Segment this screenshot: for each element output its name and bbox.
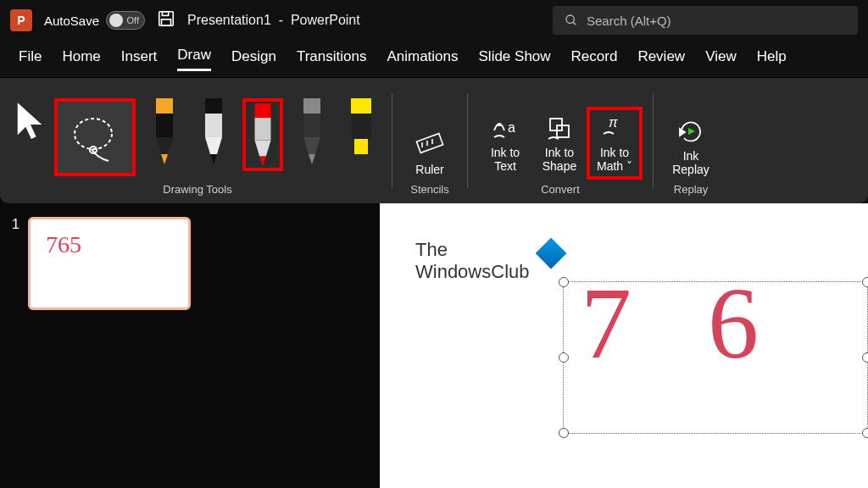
svg-rect-23 <box>351 98 371 114</box>
svg-marker-22 <box>309 154 315 164</box>
tab-animations[interactable]: Animations <box>387 48 458 70</box>
svg-rect-2 <box>162 19 171 25</box>
tab-help[interactable]: Help <box>757 48 787 70</box>
svg-rect-16 <box>255 118 271 141</box>
tab-transitions[interactable]: Transitions <box>297 48 367 70</box>
tab-home[interactable]: Home <box>62 48 100 70</box>
thumbnail-panel[interactable]: 1 765 <box>0 203 220 488</box>
pen-black[interactable] <box>193 98 234 164</box>
ink-selection-box[interactable]: 7 6 <box>563 281 868 434</box>
logo-icon <box>535 238 566 269</box>
svg-rect-11 <box>205 98 222 114</box>
autosave-toggle[interactable]: AutoSave Off <box>44 11 145 30</box>
tab-insert[interactable]: Insert <box>121 48 158 70</box>
svg-rect-32 <box>550 119 562 130</box>
svg-marker-21 <box>303 137 320 154</box>
svg-rect-8 <box>156 114 173 137</box>
svg-marker-14 <box>210 154 217 164</box>
tab-file[interactable]: File <box>19 48 42 70</box>
ruler-button[interactable]: Ruler <box>403 127 457 180</box>
tab-design[interactable]: Design <box>231 48 276 70</box>
svg-rect-20 <box>303 114 320 137</box>
slide-thumbnail-1[interactable]: 765 <box>28 217 191 310</box>
svg-text:π: π <box>609 115 618 130</box>
svg-rect-25 <box>354 139 368 154</box>
ink-to-text-button[interactable]: a Ink toText <box>478 107 532 180</box>
svg-line-4 <box>573 22 576 25</box>
tab-view[interactable]: View <box>705 48 737 70</box>
svg-marker-36 <box>688 128 695 135</box>
toggle-switch[interactable]: Off <box>106 11 145 30</box>
group-label-drawing: Drawing Tools <box>163 183 231 198</box>
svg-marker-10 <box>161 154 168 164</box>
ink-to-math-button[interactable]: π Ink toMath ˅ <box>587 107 643 180</box>
select-cursor-tool[interactable] <box>14 98 46 151</box>
svg-rect-7 <box>156 98 173 114</box>
ribbon-tabs: FileHomeInsertDrawDesignTransitionsAnima… <box>0 41 868 78</box>
svg-marker-35 <box>680 129 685 136</box>
app-icon: P <box>10 9 32 31</box>
tab-draw[interactable]: Draw <box>177 47 211 71</box>
tab-record[interactable]: Record <box>571 48 618 70</box>
ribbon: Drawing Tools Ruler Stencils a Ink toTex… <box>0 78 868 203</box>
ink-drawing: 7 6 <box>581 265 784 382</box>
highlighter-yellow[interactable] <box>341 98 381 164</box>
svg-text:a: a <box>508 120 515 135</box>
svg-rect-1 <box>162 12 168 16</box>
tab-slide-show[interactable]: Slide Show <box>479 48 551 70</box>
ink-to-shape-button[interactable]: Ink toShape <box>532 107 587 180</box>
logo-block: The WindowsClub <box>415 239 562 284</box>
svg-rect-19 <box>303 98 320 114</box>
svg-rect-15 <box>255 103 271 118</box>
search-icon <box>565 14 578 27</box>
svg-rect-26 <box>416 134 442 153</box>
pen-red[interactable] <box>242 98 283 171</box>
autosave-label: AutoSave <box>44 14 99 28</box>
search-box[interactable]: Search (Alt+Q) <box>553 6 858 35</box>
title-bar: P AutoSave Off Presentation1 - PowerPoin… <box>0 0 868 41</box>
group-label-stencils: Stencils <box>410 183 449 198</box>
svg-marker-17 <box>255 141 271 157</box>
pen-gray[interactable] <box>292 98 332 164</box>
group-label-replay: Replay <box>674 183 708 198</box>
slide[interactable]: The WindowsClub 7 6 <box>380 203 868 488</box>
svg-marker-13 <box>205 137 222 154</box>
svg-rect-12 <box>205 114 222 137</box>
group-label-convert: Convert <box>541 183 580 198</box>
svg-point-5 <box>75 119 112 149</box>
thumb-ink-text: 765 <box>46 231 173 258</box>
svg-marker-9 <box>156 137 173 154</box>
ink-replay-button[interactable]: InkReplay <box>664 114 718 180</box>
search-placeholder: Search (Alt+Q) <box>587 14 671 28</box>
document-title: Presentation1 - PowerPoint <box>187 13 360 28</box>
pen-orange[interactable] <box>144 98 185 164</box>
slide-canvas-area[interactable]: The WindowsClub 7 6 <box>220 203 868 488</box>
svg-rect-33 <box>557 125 569 137</box>
tab-review[interactable]: Review <box>637 48 685 70</box>
slide-number: 1 <box>12 217 19 310</box>
workspace: 1 765 The WindowsClub 7 6 <box>0 203 868 488</box>
lasso-select-tool[interactable] <box>54 98 136 176</box>
svg-point-3 <box>566 15 574 23</box>
svg-rect-24 <box>351 114 371 139</box>
svg-marker-18 <box>259 157 266 166</box>
save-icon[interactable] <box>157 9 175 31</box>
